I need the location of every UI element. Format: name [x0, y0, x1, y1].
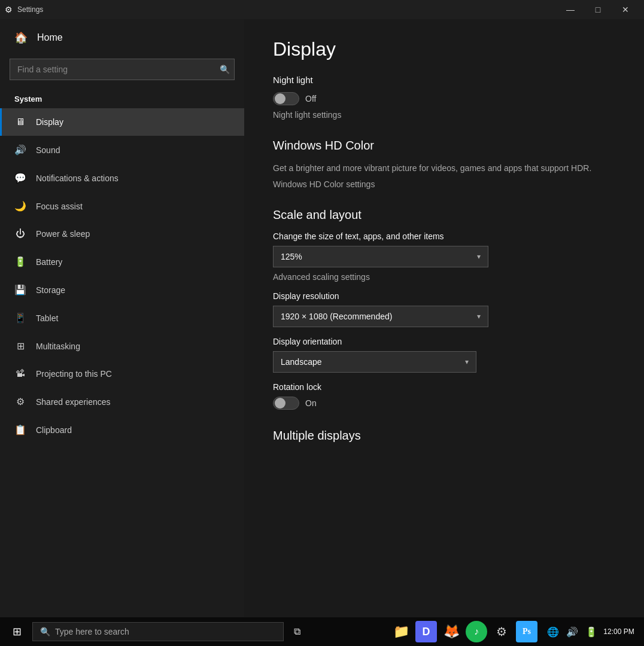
tablet-icon: 📱 — [14, 312, 26, 324]
firefox-icon[interactable]: 🦊 — [439, 620, 463, 644]
task-view-button[interactable]: ⧉ — [285, 620, 309, 644]
clock[interactable]: 12:00 PM — [601, 622, 637, 641]
sidebar: 🏠 Home 🔍 System 🖥 Display 🔊 Sound 💬 Noti… — [0, 19, 244, 617]
display-resolution-label: Display resolution — [273, 291, 615, 301]
shared-icon: ⚙ — [14, 396, 26, 407]
sidebar-item-label: Projecting to this PC — [36, 369, 112, 379]
sidebar-item-label: Multitasking — [36, 342, 80, 351]
taskbar-search-text: Type here to search — [55, 627, 129, 636]
rotation-lock-toggle[interactable] — [273, 397, 299, 410]
battery-icon: 🔋 — [14, 256, 26, 267]
title-bar-title: Settings — [17, 5, 43, 14]
display-icon: 🖥 — [14, 117, 26, 127]
spotify-icon[interactable]: ♪ — [466, 621, 487, 642]
photoshop-icon[interactable]: Ps — [516, 621, 537, 642]
sidebar-item-label: Sound — [36, 145, 60, 155]
sidebar-item-home[interactable]: 🏠 Home — [0, 19, 244, 56]
home-label: Home — [37, 32, 63, 43]
night-light-state: Off — [305, 94, 316, 103]
resolution-dropdown[interactable]: 1920 × 1080 (Recommended) ▾ — [273, 306, 488, 327]
sidebar-item-power-sleep[interactable]: ⏻ Power & sleep — [0, 220, 244, 248]
sidebar-item-label: Notifications & actions — [36, 173, 119, 183]
start-button[interactable]: ⊞ — [2, 617, 31, 646]
rotation-lock-state: On — [305, 398, 317, 408]
spotify-logo: ♪ — [474, 626, 479, 637]
taskbar-search-icon: 🔍 — [40, 627, 50, 636]
night-light-settings-link[interactable]: Night light settings — [273, 110, 615, 120]
photoshop-logo: Ps — [523, 627, 531, 636]
sidebar-item-projecting[interactable]: 📽 Projecting to this PC — [0, 360, 244, 388]
taskbar-app-icons: 📁 D 🦊 ♪ ⚙ Ps — [389, 620, 537, 644]
settings-taskbar-icon[interactable]: ⚙ — [490, 620, 514, 644]
windows-hd-color-section: Windows HD Color Get a brighter and more… — [273, 139, 615, 189]
storage-icon: 💾 — [14, 284, 26, 295]
sidebar-item-notifications[interactable]: 💬 Notifications & actions — [0, 164, 244, 192]
task-view-icon: ⧉ — [294, 626, 300, 637]
title-bar: ⚙ Settings — □ ✕ — [0, 0, 644, 19]
sidebar-item-focus-assist[interactable]: 🌙 Focus assist — [0, 192, 244, 220]
folder-icon: 📁 — [393, 624, 409, 639]
search-icon[interactable]: 🔍 — [220, 65, 230, 74]
display-orientation-label: Display orientation — [273, 337, 615, 346]
settings-icon: ⚙ — [5, 5, 13, 14]
sidebar-item-label: Shared experiences — [36, 397, 111, 407]
power-sleep-icon: ⏻ — [14, 228, 26, 239]
system-section-label: System — [0, 90, 244, 108]
chevron-down-icon: ▾ — [477, 252, 481, 261]
hd-color-desc: Get a brighter and more vibrant picture … — [273, 162, 615, 175]
resolution-value: 1920 × 1080 (Recommended) — [281, 312, 392, 321]
search-input[interactable] — [10, 59, 235, 80]
sidebar-item-label: Storage — [36, 285, 65, 295]
sidebar-item-tablet[interactable]: 📱 Tablet — [0, 304, 244, 332]
orientation-dropdown[interactable]: Landscape ▾ — [273, 351, 476, 373]
title-bar-controls: — □ ✕ — [557, 0, 639, 19]
hd-color-title: Windows HD Color — [273, 139, 615, 153]
toggle-knob — [275, 398, 285, 409]
scale-layout-section: Scale and layout Change the size of text… — [273, 208, 615, 410]
focus-assist-icon: 🌙 — [14, 200, 26, 212]
hd-color-settings-link[interactable]: Windows HD Color settings — [273, 179, 615, 189]
chevron-down-icon: ▾ — [477, 312, 481, 321]
multiple-displays-section: Multiple displays — [273, 429, 615, 443]
discord-logo: D — [423, 626, 430, 638]
sidebar-item-shared[interactable]: ⚙ Shared experiences — [0, 388, 244, 416]
sidebar-item-label: Battery — [36, 257, 62, 267]
search-box: 🔍 — [10, 59, 235, 80]
sidebar-item-sound[interactable]: 🔊 Sound — [0, 136, 244, 164]
battery-sys-icon[interactable]: 🔋 — [582, 622, 601, 641]
sound-icon: 🔊 — [14, 144, 26, 156]
minimize-button[interactable]: — — [557, 0, 584, 19]
taskbar-search-box[interactable]: 🔍 Type here to search — [32, 622, 284, 641]
multitasking-icon: ⊞ — [14, 340, 26, 352]
sidebar-item-label: Focus assist — [36, 202, 83, 211]
clipboard-icon: 📋 — [14, 424, 26, 435]
notifications-icon: 💬 — [14, 172, 26, 184]
sidebar-item-clipboard[interactable]: 📋 Clipboard — [0, 416, 244, 444]
nav-list: 🖥 Display 🔊 Sound 💬 Notifications & acti… — [0, 108, 244, 617]
scale-layout-title: Scale and layout — [273, 208, 615, 222]
sidebar-item-label: Clipboard — [36, 425, 72, 435]
night-light-label: Night light — [273, 75, 615, 85]
sidebar-item-battery[interactable]: 🔋 Battery — [0, 248, 244, 276]
taskbar-sys-icons: 🌐 🔊 🔋 12:00 PM — [539, 617, 642, 646]
title-bar-left: ⚙ Settings — [5, 5, 43, 14]
file-explorer-icon[interactable]: 📁 — [389, 620, 413, 644]
maximize-button[interactable]: □ — [584, 0, 612, 19]
app-container: 🏠 Home 🔍 System 🖥 Display 🔊 Sound 💬 Noti… — [0, 19, 644, 617]
advanced-scaling-link[interactable]: Advanced scaling settings — [273, 272, 615, 282]
sidebar-item-display[interactable]: 🖥 Display — [0, 108, 244, 136]
night-light-toggle[interactable] — [273, 92, 299, 105]
change-size-label: Change the size of text, apps, and other… — [273, 231, 615, 241]
discord-icon[interactable]: D — [415, 621, 437, 642]
multiple-displays-title: Multiple displays — [273, 429, 615, 443]
page-title: Display — [273, 38, 615, 60]
home-icon: 🏠 — [14, 31, 28, 44]
rotation-lock-label: Rotation lock — [273, 382, 615, 392]
sidebar-item-multitasking[interactable]: ⊞ Multitasking — [0, 332, 244, 360]
rotation-lock-toggle-container: On — [273, 397, 615, 410]
volume-icon[interactable]: 🔊 — [563, 622, 582, 641]
scale-dropdown[interactable]: 125% ▾ — [273, 246, 488, 267]
network-icon[interactable]: 🌐 — [543, 622, 563, 641]
sidebar-item-storage[interactable]: 💾 Storage — [0, 276, 244, 304]
close-button[interactable]: ✕ — [612, 0, 639, 19]
